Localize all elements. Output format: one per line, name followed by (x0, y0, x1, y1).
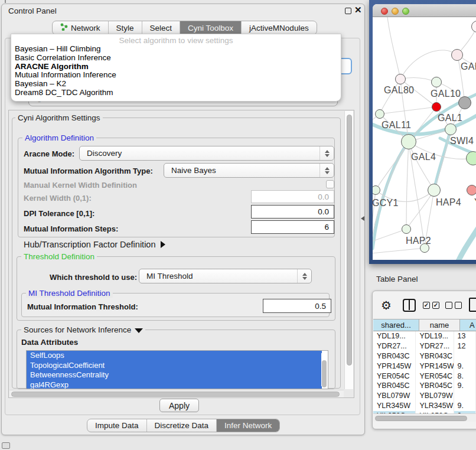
node-label: GAL (461, 61, 476, 72)
table-cell: 9. (454, 401, 476, 411)
attribute-item[interactable]: gal4RGexp (27, 380, 322, 390)
network-node-y[interactable] (467, 185, 476, 195)
table-row[interactable]: YBR045CYBR045C9. (373, 381, 476, 391)
table-row[interactable]: YDR27...YDR27...12 (373, 341, 476, 351)
screen: Control Panel ✕ NetworkStyleSelectCyni T… (0, 0, 476, 450)
tab-infer-network[interactable]: Infer Network (217, 419, 279, 432)
table-row[interactable]: YBL079WYBL079W (373, 391, 476, 401)
mi-threshold-input[interactable]: 0.5 (263, 299, 331, 313)
panel-top-tick (5, 0, 6, 3)
split-pane-icon[interactable] (403, 299, 416, 312)
which-threshold-select[interactable]: MI Threshold (139, 269, 312, 283)
dpi-tolerance-input[interactable]: 0.0 (251, 205, 334, 219)
apply-button[interactable]: Apply (159, 399, 199, 412)
table-cell: YBL079W (373, 391, 416, 401)
tab-style[interactable]: Style (109, 21, 142, 34)
column-header[interactable]: A (460, 319, 476, 331)
network-node-hap4[interactable] (428, 184, 441, 197)
tab-label: Network (71, 24, 100, 32)
tab-label: Cyni Toolbox (188, 24, 233, 32)
sources-collapse-toggle[interactable]: Sources for Network Inference (21, 325, 145, 334)
network-canvas[interactable]: GALGAL80GAL10GAL1GAL11SWI4GAL4GCY1HAP4YH… (373, 17, 476, 260)
settings-vertical-scrollbar[interactable] (344, 111, 353, 389)
table-cell: YDR27... (373, 341, 416, 351)
tab-select[interactable]: Select (142, 21, 181, 34)
zoom-traffic-icon[interactable] (402, 8, 409, 15)
tab-cyni-toolbox[interactable]: Cyni Toolbox (180, 21, 242, 34)
table-row[interactable]: YLR345WYLR345W9. (373, 401, 476, 411)
network-node-swi4[interactable] (445, 123, 457, 135)
mi-steps-input[interactable]: 6 (251, 220, 334, 234)
tab-label: jActiveMNodules (249, 24, 309, 32)
network-node[interactable] (466, 151, 476, 165)
network-node-gal11[interactable] (375, 109, 384, 119)
table-cell: 9. (454, 381, 476, 391)
float-icon[interactable] (345, 8, 351, 14)
gear-icon[interactable]: ⚙ (381, 298, 392, 312)
column-header[interactable]: name (419, 319, 460, 331)
manual-kernel-checkbox[interactable] (326, 180, 334, 188)
settings-horizontal-scrollbar[interactable] (9, 390, 344, 397)
table-row[interactable]: YDL19...YDL19...13 (373, 331, 476, 341)
close-icon[interactable]: ✕ (354, 5, 362, 15)
network-node-gal4[interactable] (401, 134, 416, 149)
algorithm-item[interactable]: Bayesian – Hill Climbing (11, 45, 341, 54)
document-icon[interactable] (469, 298, 476, 312)
attribute-item[interactable]: TopologicalCoefficient (27, 361, 322, 371)
network-node-gal10[interactable] (431, 77, 442, 87)
attributes-scrollbar[interactable] (321, 353, 327, 386)
minimized-panel-icon[interactable] (2, 442, 10, 449)
node-label: GCY1 (373, 198, 399, 208)
algorithm-item[interactable]: ARACNE Algorithm (11, 63, 341, 71)
kernel-width-label: Kernel Width (0,1): (24, 194, 92, 203)
kernel-width-input[interactable]: 0.0 (251, 190, 334, 203)
network-view-window: GALGAL80GAL10GAL1GAL11SWI4GAL4GCY1HAP4YH… (369, 0, 476, 264)
algorithm-item[interactable]: Basic Correlation Inference (11, 54, 341, 63)
table-cell: YER054C (416, 371, 454, 381)
tab-network[interactable]: Network (53, 21, 109, 34)
checked-checkbox-icon[interactable]: ✓ (423, 302, 430, 309)
network-node[interactable] (420, 243, 429, 253)
table-horizontal-scrollbar[interactable] (373, 413, 476, 422)
table-cell: 8. (454, 371, 476, 381)
table-cell (454, 351, 476, 361)
unchecked-checkbox-icon[interactable] (445, 302, 452, 309)
hub-definition-expander[interactable]: Hub/Transcription Factor Definition (24, 240, 165, 249)
network-window-titlebar[interactable] (373, 4, 476, 17)
algorithm-item[interactable]: Bayesian – K2 (11, 80, 341, 89)
table-cell: 13 (454, 331, 476, 341)
table-cell: YDL19... (416, 331, 454, 341)
table-cell: YBR045C (416, 381, 454, 391)
algorithm-item[interactable]: Dream8 DC_TDC Algorithm (11, 89, 341, 97)
table-row[interactable]: YPR145WYPR145W9. (373, 361, 476, 371)
network-node-gal[interactable] (451, 49, 463, 61)
unchecked-checkbox-icon[interactable] (455, 302, 462, 309)
tab-discretize-data[interactable]: Discretize Data (147, 419, 217, 432)
network-node[interactable] (458, 96, 471, 109)
control-panel-title: Control Panel (8, 6, 57, 15)
aracne-mode-select[interactable]: Discovery (79, 146, 334, 161)
dpi-tolerance-label: DPI Tolerance [0,1]: (24, 209, 94, 218)
network-icon (60, 23, 68, 32)
algorithm-dropdown: Select algorithm to view settings Bayesi… (11, 34, 341, 102)
checked-checkbox-icon[interactable]: ✓ (432, 302, 439, 309)
attribute-item[interactable]: BetweennessCentrality (27, 370, 322, 380)
algorithm-item[interactable]: Mutual Information Inference (11, 71, 341, 80)
minimize-traffic-icon[interactable] (392, 8, 399, 15)
splitter-collapse-arrow[interactable] (361, 216, 364, 221)
close-traffic-icon[interactable] (381, 8, 388, 15)
which-threshold-value: MI Threshold (139, 272, 297, 281)
mi-type-select[interactable]: Naive Bayes (164, 163, 334, 178)
table-row[interactable]: YER054CYER054C8. (373, 371, 476, 381)
table-row[interactable]: YBR043CYBR043C (373, 351, 476, 361)
mi-steps-label: Mutual Information Steps: (24, 224, 118, 233)
tab-jactivemnodules[interactable]: jActiveMNodules (242, 21, 317, 34)
tab-impute-data[interactable]: Impute Data (87, 419, 147, 432)
attribute-item[interactable]: SelfLoops (27, 351, 322, 361)
hub-definition-label: Hub/Transcription Factor Definition (24, 240, 156, 249)
network-node-gal1[interactable] (432, 102, 441, 112)
aracne-mode-value: Discovery (80, 149, 319, 158)
network-node-hap2[interactable] (402, 224, 411, 234)
network-node-gal80[interactable] (395, 74, 406, 84)
column-header[interactable]: shared... (373, 319, 419, 331)
